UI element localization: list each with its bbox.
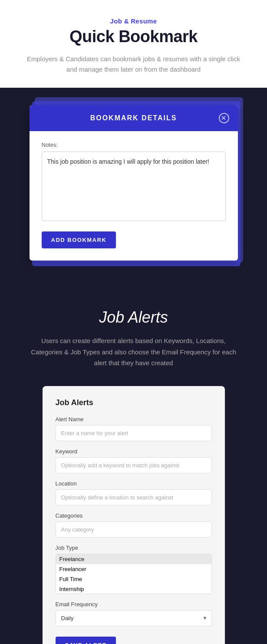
bookmark-area: BOOKMARK DETAILS ✕ Notes: This job posit… [0,88,267,287]
job-type-group: Job Type Freelance Freelancer Full Time … [56,545,212,594]
location-input[interactable] [56,489,212,505]
card-stack: BOOKMARK DETAILS ✕ Notes: This job posit… [30,105,238,261]
bookmark-body: Notes: This job position is amazing I wi… [30,131,238,261]
close-icon[interactable]: ✕ [219,113,229,123]
job-type-option-fulltime[interactable]: Full Time [56,574,211,584]
alerts-form-card: Job Alerts Alert Name Keyword Location C… [43,386,225,644]
keyword-input[interactable] [56,457,212,473]
location-group: Location [56,480,212,505]
categories-group: Categories [56,512,212,538]
location-label: Location [56,480,212,487]
keyword-label: Keyword [56,448,212,455]
categories-label: Categories [56,512,212,519]
save-alert-button[interactable]: SAVE ALERT [56,637,116,644]
header-title: Quick Bookmark [13,27,254,46]
top-section: Job & Resume Quick Bookmark Employers & … [0,0,267,75]
alert-name-group: Alert Name [56,416,212,441]
job-type-select-wrapper: Freelance Freelancer Full Time Internshi… [56,554,212,594]
header-subtitle: Job & Resume [13,17,254,25]
notes-label: Notes: [42,142,226,148]
keyword-group: Keyword [56,448,212,473]
email-frequency-label: Email Frequency [56,601,212,608]
alerts-card-title: Job Alerts [56,398,212,407]
email-frequency-group: Email Frequency Daily Weekly Monthly ▼ [56,601,212,626]
job-type-label: Job Type [56,545,212,551]
frequency-wrapper: Daily Weekly Monthly ▼ [56,610,212,626]
alerts-section: Job Alerts Users can create different al… [0,287,267,644]
categories-input[interactable] [56,522,212,538]
job-type-option-freelancer[interactable]: Freelancer [56,564,211,574]
bookmark-card: BOOKMARK DETAILS ✕ Notes: This job posit… [30,105,238,261]
alerts-section-description: Users can create different alerts based … [25,335,242,369]
header-description: Employers & Candidates can bookmark jobs… [25,54,242,75]
alerts-section-title: Job Alerts [13,308,254,327]
email-frequency-select[interactable]: Daily Weekly Monthly [56,610,212,626]
notes-textarea[interactable]: This job position is amazing I will appl… [42,152,226,221]
job-type-option-freelance[interactable]: Freelance [56,554,211,564]
bookmark-header: BOOKMARK DETAILS ✕ [30,105,238,131]
job-type-option-internship[interactable]: Internship [56,584,211,593]
bookmark-header-title: BOOKMARK DETAILS [49,114,219,122]
add-bookmark-button[interactable]: ADD BOOKMARK [42,231,116,248]
alert-name-input[interactable] [56,425,212,441]
alert-name-label: Alert Name [56,416,212,423]
job-type-listbox[interactable]: Freelance Freelancer Full Time Internshi… [56,554,211,593]
